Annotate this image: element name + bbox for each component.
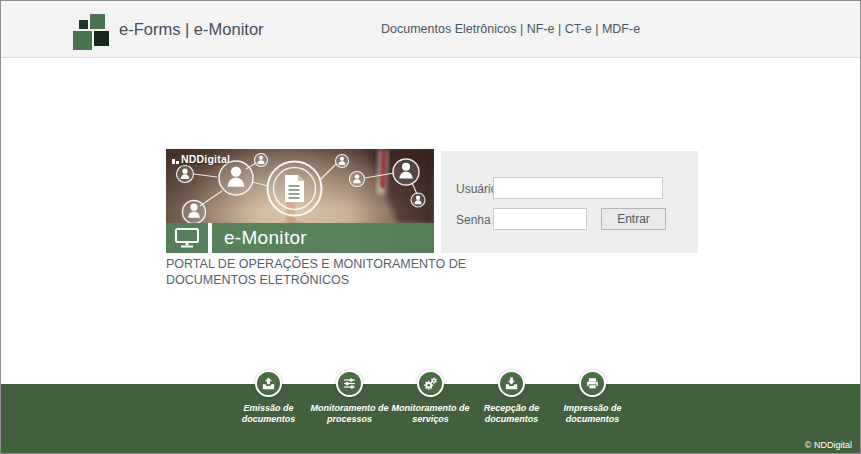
app-window: e-Forms | e-Monitor Documentos Eletrônic…	[0, 0, 861, 454]
gears-icon	[417, 370, 444, 397]
tagline-line2: DOCUMENTOS ELETRÔNICOS	[166, 273, 476, 289]
copyright: © NDDigital	[805, 440, 852, 450]
monitor-icon	[166, 223, 208, 253]
portal-tagline: PORTAL DE OPERAÇÕES E MONITORAMENTO DE D…	[166, 257, 476, 288]
footer-item-emissao[interactable]: Emissão dedocumentos	[228, 370, 309, 425]
product-name: e-Monitor	[212, 227, 307, 249]
footer-item-label: Emissão dedocumentos	[228, 403, 309, 425]
tagline-line1: PORTAL DE OPERAÇÕES E MONITORAMENTO DE	[166, 257, 476, 273]
username-label: Usuário	[456, 182, 497, 196]
login-button[interactable]: Entrar	[601, 208, 666, 230]
footer-item-monitoramento-servicos[interactable]: Monitoramento deserviços	[390, 370, 471, 425]
username-input[interactable]	[493, 177, 663, 199]
document-types-nav: Documentos Eletrônicos | NF-e | CT-e | M…	[381, 1, 640, 57]
header: e-Forms | e-Monitor Documentos Eletrônic…	[1, 1, 860, 58]
banner-band: e-Monitor	[166, 223, 434, 253]
login-panel: Usuário Senha Entrar	[441, 151, 698, 253]
product-banner: NDDigital e-Monitor	[166, 149, 434, 253]
footer: Emissão dedocumentos Monitoramento depr	[1, 384, 860, 454]
nddigital-logo-icon	[1, 1, 116, 57]
footer-item-monitoramento-processos[interactable]: Monitoramento deprocessos	[309, 370, 390, 425]
footer-item-label: Impressão dedocumentos	[552, 403, 633, 425]
nddigital-mini-mark-icon	[172, 155, 179, 164]
printer-icon	[579, 370, 606, 397]
password-input[interactable]	[493, 208, 587, 230]
document-icon	[285, 175, 304, 202]
footer-item-label: Monitoramento deserviços	[390, 403, 471, 425]
password-label: Senha	[456, 213, 491, 227]
banner-brand: NDDigital	[172, 153, 230, 165]
download-icon	[498, 370, 525, 397]
footer-item-label: Recepção dedocumentos	[471, 403, 552, 425]
upload-icon	[255, 370, 282, 397]
sliders-icon	[336, 370, 363, 397]
footer-item-label: Monitoramento deprocessos	[309, 403, 390, 425]
footer-nav: Emissão dedocumentos Monitoramento depr	[1, 370, 860, 425]
app-title: e-Forms | e-Monitor	[119, 1, 264, 57]
footer-item-impressao[interactable]: Impressão dedocumentos	[552, 370, 633, 425]
footer-item-recepcao[interactable]: Recepção dedocumentos	[471, 370, 552, 425]
